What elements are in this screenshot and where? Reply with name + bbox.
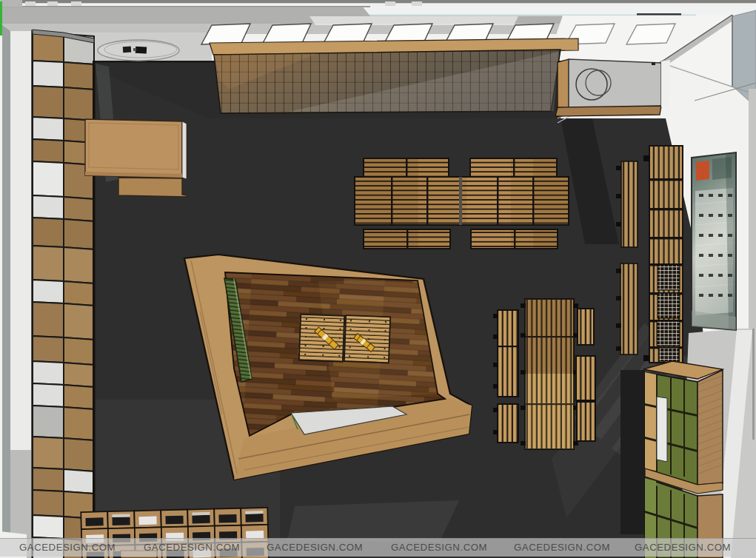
- svg-text:GACEDESIGN.COM: GACEDESIGN.COM: [635, 542, 731, 553]
- svg-text:GACEDESIGN.COM: GACEDESIGN.COM: [19, 542, 116, 553]
- svg-text:GACEDESIGN.COM: GACEDESIGN.COM: [514, 542, 610, 553]
- svg-text:GACEDESIGN.COM: GACEDESIGN.COM: [267, 542, 363, 553]
- svg-text:GACEDESIGN.COM: GACEDESIGN.COM: [391, 542, 487, 553]
- svg-text:GACEDESIGN.COM: GACEDESIGN.COM: [144, 542, 240, 553]
